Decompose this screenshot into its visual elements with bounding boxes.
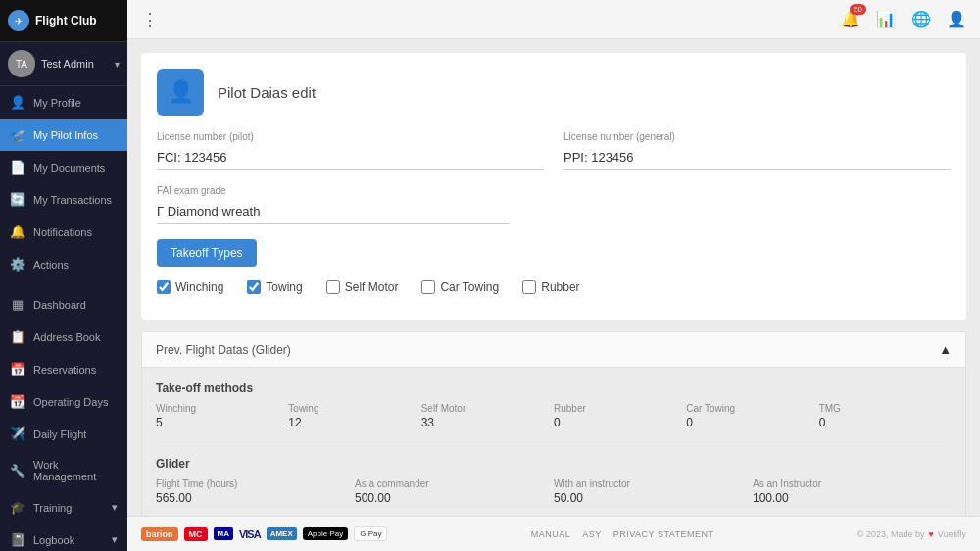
fai-label: FAI exam grade <box>157 185 510 196</box>
license-general-input[interactable] <box>564 146 951 170</box>
chevron-right-icon: ▾ <box>112 533 118 546</box>
data-col-with-instructor: With an instructor 50.00 <box>554 478 753 510</box>
globe-icon[interactable]: 🌐 <box>911 10 931 28</box>
reports-icon[interactable]: 📊 <box>876 10 896 28</box>
takeoff-data-row: Winching 5 Towing 12 Self Motor 33 Rubbe… <box>156 403 952 434</box>
checkbox-winching[interactable]: Winching <box>157 280 223 294</box>
data-col-as-instructor: As an Instructor 100.00 <box>753 478 952 510</box>
payment-logos: barion MC MA VISA AMEX Apple Pay G Pay <box>141 526 387 541</box>
bottombar-copy: © 2023, Made by ♥ Vuetifly <box>858 529 966 539</box>
license-row: License number (pilot) License number (g… <box>157 131 951 170</box>
actions-icon: ⚙️ <box>10 257 25 272</box>
sidebar-item-operating-days[interactable]: 📆 Operating Days <box>0 385 127 418</box>
content-area: 👤 Pilot Daias edit License number (pilot… <box>127 39 980 516</box>
data-col-rubber: Rubber 0 <box>554 403 686 434</box>
topbar-menu-dots[interactable]: ⋮ <box>141 9 159 30</box>
license-pilot-label: License number (pilot) <box>157 131 544 142</box>
main-card: 👤 Pilot Daias edit License number (pilot… <box>141 53 966 320</box>
col-value: 565.00 <box>156 491 355 510</box>
fai-group: FAI exam grade Γ Diamond wreath <box>157 185 510 224</box>
sidebar-label: Actions <box>33 259 69 271</box>
pilot-title: Pilot Daias edit <box>218 84 316 101</box>
profile-icon: 👤 <box>10 95 25 110</box>
daily-flight-icon: ✈️ <box>10 426 25 441</box>
sidebar-item-reservations[interactable]: 📅 Reservations <box>0 353 127 385</box>
sidebar-item-my-transactions[interactable]: 🔄 My Transactions <box>0 183 127 216</box>
user-section[interactable]: TA Test Admin ▾ <box>0 42 127 86</box>
checkbox-towing[interactable]: Towing <box>247 280 302 294</box>
sidebar-item-daily-flight[interactable]: ✈️ Daily Flight <box>0 418 127 450</box>
prev-glider-title: Prev. Flight Datas (Glider) <box>156 343 291 357</box>
sidebar-item-work-management[interactable]: 🔧 Work Management <box>0 450 127 491</box>
sidebar-item-dashboard[interactable]: ▦ Dashboard <box>0 288 127 321</box>
section-divider <box>156 444 952 445</box>
sidebar-item-my-pilot-infos[interactable]: 🛫 My Pilot Infos <box>0 119 127 151</box>
checkbox-self-motor[interactable]: Self Motor <box>326 280 399 294</box>
documents-icon: 📄 <box>10 160 25 175</box>
training-icon: 🎓 <box>10 500 25 515</box>
sidebar-item-logbook[interactable]: 📓 Logbook ▾ <box>0 524 127 551</box>
col-label: Winching <box>156 403 288 414</box>
user-name: Test Admin <box>41 58 109 70</box>
data-col-car-towing: Car Towing 0 <box>686 403 818 434</box>
data-col-flight-time: Flight Time (hours) 565.00 <box>156 478 355 510</box>
checkbox-rubber[interactable]: Rubber <box>522 280 579 294</box>
sidebar: ✈ Flight Club TA Test Admin ▾ 👤 My Profi… <box>0 0 127 551</box>
checkbox-car-towing[interactable]: Car Towing <box>421 280 499 294</box>
takeoff-subtitle: Take-off methods <box>156 381 952 395</box>
pilot-icon: 🛫 <box>10 127 25 142</box>
topbar: ⋮ 🔔 50 📊 🌐 👤 <box>127 0 980 39</box>
fai-row: FAI exam grade Γ Diamond wreath <box>157 185 510 224</box>
col-value: 0 <box>554 416 686 434</box>
glider-subtitle: Glider <box>156 457 952 471</box>
sidebar-item-my-documents[interactable]: 📄 My Documents <box>0 151 127 183</box>
sidebar-item-actions[interactable]: ⚙️ Actions <box>0 248 127 280</box>
notification-icon[interactable]: 🔔 50 <box>841 10 860 28</box>
operating-days-icon: 📆 <box>10 394 25 409</box>
sidebar-label: Reservations <box>33 364 96 376</box>
sidebar-item-address-book[interactable]: 📋 Address Book <box>0 321 127 353</box>
col-value: 100.00 <box>753 491 952 510</box>
col-value: 12 <box>288 416 420 434</box>
user-avatar: TA <box>8 50 35 77</box>
transactions-icon: 🔄 <box>10 192 25 207</box>
col-value: 0 <box>686 416 818 434</box>
sidebar-label: My Documents <box>33 162 105 174</box>
prev-glider-panel: Prev. Flight Datas (Glider) ▲ Take-off m… <box>141 331 966 516</box>
license-general-label: License number (general) <box>564 131 951 142</box>
pilot-avatar: 👤 <box>157 69 204 116</box>
heart-icon: ♥ <box>928 529 933 539</box>
manual-link[interactable]: MANUAL <box>531 529 571 539</box>
user-icon[interactable]: 👤 <box>947 10 966 28</box>
sidebar-label: Daily Flight <box>33 428 86 440</box>
col-label: Car Towing <box>686 403 818 414</box>
prev-glider-header[interactable]: Prev. Flight Datas (Glider) ▲ <box>142 332 965 368</box>
bottombar: barion MC MA VISA AMEX Apple Pay G Pay M… <box>127 516 980 551</box>
takeoff-types-button[interactable]: Takeoff Types <box>157 239 257 267</box>
prev-glider-body: Take-off methods Winching 5 Towing 12 Se… <box>142 368 965 516</box>
data-col-winching: Winching 5 <box>156 403 288 434</box>
sidebar-label: Notifications <box>33 226 92 238</box>
sidebar-label: Logbook <box>33 534 74 546</box>
sidebar-item-notifications[interactable]: 🔔 Notifications <box>0 216 127 248</box>
notifications-icon: 🔔 <box>10 225 25 239</box>
col-value: 5 <box>156 416 288 434</box>
data-col-towing: Towing 12 <box>288 403 420 434</box>
sidebar-item-my-profile[interactable]: 👤 My Profile <box>0 86 127 119</box>
col-label: Flight Time (hours) <box>156 478 355 489</box>
col-label: As a commander <box>355 478 554 489</box>
privacy-link[interactable]: PRIVACY STATEMENT <box>613 529 714 539</box>
license-general-group: License number (general) <box>564 131 951 170</box>
col-label: TMG <box>819 403 952 414</box>
barion-logo: barion <box>141 527 178 541</box>
bottombar-links: MANUAL ASY PRIVACY STATEMENT <box>531 529 714 539</box>
license-pilot-input[interactable] <box>157 146 544 170</box>
visa-logo: VISA <box>239 528 261 540</box>
sidebar-label: My Profile <box>33 97 81 109</box>
asy-link[interactable]: ASY <box>582 529 602 539</box>
sidebar-item-training[interactable]: 🎓 Training ▾ <box>0 491 127 524</box>
address-book-icon: 📋 <box>10 329 25 344</box>
col-label: Rubber <box>554 403 686 414</box>
notification-badge: 50 <box>850 4 866 15</box>
fai-select[interactable]: Γ Diamond wreath <box>157 200 510 224</box>
